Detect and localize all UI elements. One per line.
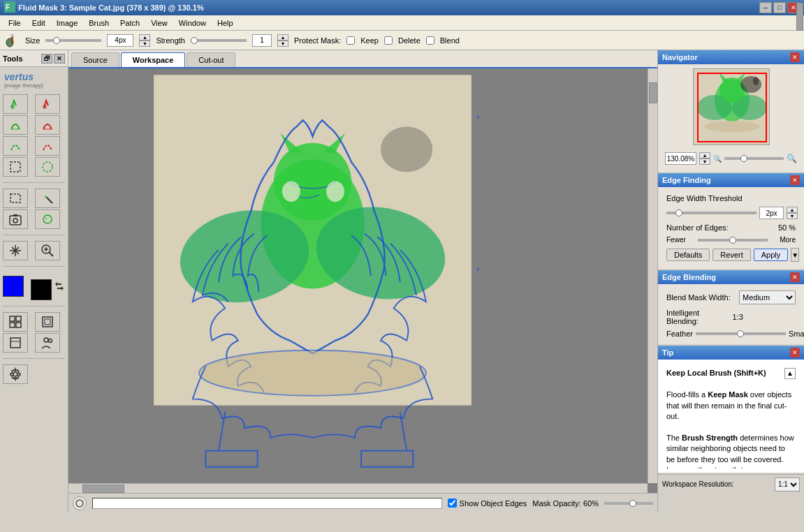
menu-image[interactable]: Image	[51, 17, 84, 29]
svg-point-51	[476, 268, 479, 271]
menu-brush[interactable]: Brush	[83, 17, 115, 29]
svg-line-13	[47, 198, 52, 203]
keep-checkbox[interactable]	[346, 36, 355, 45]
edge-finding-section: Edge Finding ✕ Edge Width Threshold ▲ ▼ …	[658, 173, 804, 269]
edge-blending-title: Edge Blending	[662, 273, 716, 281]
show-object-edges-checkbox[interactable]	[448, 498, 457, 508]
menu-patch[interactable]: Patch	[115, 17, 145, 29]
feather-slider[interactable]	[696, 332, 786, 335]
revert-btn[interactable]: Revert	[712, 249, 750, 261]
logo-text: vertus	[4, 71, 64, 82]
delete-blend-brush[interactable]	[35, 136, 60, 156]
tip-section: Tip ✕ Keep Local Brush (Shift+K) ▲ Flood…	[658, 346, 804, 473]
background-color[interactable]	[31, 279, 52, 300]
menu-help[interactable]: Help	[212, 17, 239, 29]
strength-input[interactable]	[252, 34, 272, 47]
menu-edit[interactable]: Edit	[27, 17, 51, 29]
svg-rect-24	[16, 316, 21, 321]
tab-cutout[interactable]: Cut-out	[187, 52, 235, 67]
tools-title: Tools	[3, 54, 23, 63]
blend-checkbox[interactable]	[426, 36, 434, 45]
progress-bar	[92, 498, 442, 509]
svg-point-39	[274, 143, 351, 221]
svg-point-18	[45, 218, 47, 219]
tab-source[interactable]: Source	[71, 52, 119, 67]
canvas-area[interactable]	[68, 68, 657, 493]
zoom-slider[interactable]	[724, 157, 784, 160]
point-select-tool[interactable]	[35, 157, 60, 177]
size-slider[interactable]	[45, 39, 101, 42]
navigator-thumbnail	[693, 68, 770, 145]
horizontal-scrollbar[interactable]	[68, 483, 648, 493]
magic-wand[interactable]	[35, 189, 60, 208]
delete-brush-tool2[interactable]	[35, 115, 60, 135]
tip-scroll-up[interactable]: ▲	[784, 368, 796, 379]
tools-divider-5	[3, 358, 65, 359]
status-circle-btn[interactable]	[73, 496, 87, 510]
snapshot-tool[interactable]	[3, 209, 28, 229]
zoom-tool[interactable]	[35, 241, 60, 260]
svg-rect-28	[45, 319, 50, 325]
extra-tools	[0, 309, 68, 355]
delete-brush-tool[interactable]	[35, 94, 60, 114]
svg-point-32	[48, 339, 52, 343]
edge-finding-content: Edge Width Threshold ▲ ▼ Number of Edges…	[658, 187, 804, 269]
size-up-btn[interactable]: ▲	[139, 34, 150, 40]
apply-btn[interactable]: Apply	[754, 249, 789, 261]
tools-divider-4	[3, 306, 65, 306]
rectangle-select[interactable]	[3, 189, 28, 208]
logo-sub: [image therapy]	[4, 82, 64, 89]
menu-view[interactable]: View	[145, 17, 173, 29]
navigator-header: Navigator ✕	[658, 50, 804, 64]
zoom-input[interactable]	[665, 152, 696, 165]
nav-zoom-row: ▲ ▼ 🔍 🔍	[662, 149, 800, 168]
settings-btn[interactable]	[3, 364, 28, 384]
tip-scrollbar[interactable]	[796, 50, 804, 512]
foreground-color[interactable]	[3, 276, 24, 297]
minimize-button[interactable]: ─	[759, 2, 772, 13]
keep-blend-brush[interactable]	[3, 136, 28, 156]
smart-tool[interactable]	[35, 209, 60, 229]
edge-width-slider[interactable]	[666, 212, 757, 214]
svg-point-42	[282, 181, 300, 202]
grid-view-tool[interactable]	[3, 312, 28, 332]
tools-float-btn[interactable]: 🗗	[41, 54, 52, 64]
svg-rect-29	[10, 338, 20, 348]
frame-tool[interactable]	[35, 312, 60, 332]
zoom-up-btn[interactable]: ▲	[699, 152, 710, 158]
app-icon: F	[4, 1, 15, 14]
blend-label: Blend	[440, 36, 460, 45]
size-down-btn[interactable]: ▼	[139, 40, 150, 47]
svg-point-15	[13, 219, 17, 223]
keep-brush-tool2[interactable]	[3, 115, 28, 135]
strength-up-btn[interactable]: ▲	[277, 34, 288, 40]
delete-checkbox[interactable]	[384, 36, 393, 45]
pan-tool[interactable]	[3, 241, 28, 260]
zoom-min-icon: 🔍	[713, 155, 722, 163]
svg-point-5	[10, 105, 15, 109]
people-tool[interactable]	[35, 333, 60, 353]
strength-slider[interactable]	[191, 39, 247, 42]
tab-workspace[interactable]: Workspace	[121, 52, 186, 67]
tools-close-btn[interactable]: ✕	[54, 54, 65, 64]
swap-colors-icon[interactable]	[54, 281, 64, 291]
defaults-btn[interactable]: Defaults	[666, 249, 710, 261]
edge-width-input[interactable]	[759, 207, 784, 219]
vertical-scrollbar[interactable]	[648, 68, 657, 483]
size-input[interactable]	[107, 34, 133, 47]
menu-window[interactable]: Window	[173, 17, 212, 29]
svg-point-31	[44, 338, 48, 342]
strength-down-btn[interactable]: ▼	[277, 40, 288, 47]
tools-grid	[0, 91, 68, 179]
menu-file[interactable]: File	[3, 17, 27, 29]
mask-opacity-slider[interactable]	[604, 502, 653, 505]
edges-slider[interactable]	[698, 239, 768, 242]
zoom-down-btn[interactable]: ▼	[699, 158, 710, 165]
num-edges-row: Number of Edges: 50 %	[662, 221, 800, 235]
keep-brush-tool[interactable]	[3, 94, 28, 114]
panel-tool[interactable]	[3, 333, 28, 353]
maximize-button[interactable]: □	[773, 2, 786, 13]
blend-width-select[interactable]: Narrow Medium Wide Very Wide	[739, 290, 796, 304]
svg-point-60	[740, 76, 761, 93]
lasso-tool[interactable]	[3, 157, 28, 177]
